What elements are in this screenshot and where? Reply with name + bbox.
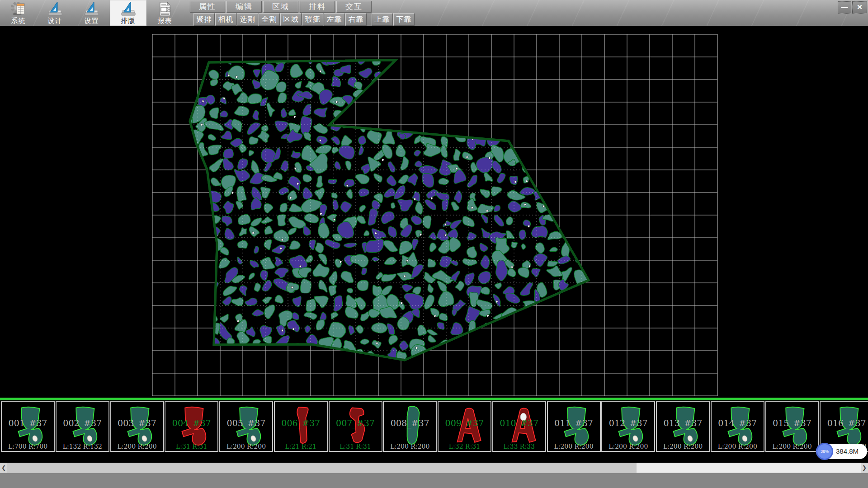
gear-icon — [10, 1, 27, 17]
main-button-label: 排版 — [110, 17, 146, 24]
pattern-thumbnail-strip: 001_#37 L:700 R:700 002_#37 L:132 R:132 … — [0, 400, 868, 454]
main-button-设置[interactable]: 设置 — [73, 0, 110, 26]
pattern-lr-count: L:200 R:200 — [220, 443, 272, 450]
pattern-thumbnail-004_#37[interactable]: 004_#37 L:31 R:31 — [165, 401, 218, 452]
main-button-label: 系统 — [0, 17, 37, 24]
main-button-设计[interactable]: 设计 — [37, 0, 73, 26]
scrollbar-thumb[interactable] — [7, 463, 637, 473]
pattern-lr-count: L:31 R:31 — [165, 443, 217, 450]
set-square-icon — [47, 1, 63, 17]
tool-button-上靠[interactable]: 上靠 — [372, 13, 393, 26]
pattern-name: 005_#37 — [220, 418, 272, 428]
scroll-right-arrow[interactable]: ❯ — [861, 463, 868, 473]
tool-button-聚排[interactable]: 聚排 — [193, 13, 215, 26]
pattern-name: 009_#37 — [439, 418, 491, 428]
tool-button-瑕疵[interactable]: 瑕疵 — [302, 13, 323, 26]
pattern-name: 007_#37 — [330, 418, 382, 428]
pattern-lr-count: L:21 R:21 — [275, 443, 327, 450]
pattern-name: 003_#37 — [111, 418, 163, 428]
pattern-thumbnail-002_#37[interactable]: 002_#37 L:132 R:132 — [56, 401, 109, 452]
main-button-报表[interactable]: 报表 — [146, 0, 183, 26]
application-window: 系统 设计 设置 排版 报表 属性编辑区域排料交互 聚排相机选割全割区域瑕疵左靠… — [0, 0, 868, 488]
pattern-name: 006_#37 — [275, 418, 327, 428]
nesting-canvas[interactable] — [0, 26, 868, 398]
tool-button-全割[interactable]: 全割 — [259, 13, 280, 26]
pattern-name: 015_#37 — [766, 418, 818, 428]
nesting-layout-drawing — [0, 26, 868, 398]
progress-circle: 38% — [816, 443, 833, 460]
tool-button-选割[interactable]: 选割 — [237, 13, 258, 26]
pattern-thumbnail-013_#37[interactable]: 013_#37 L:200 R:200 — [656, 401, 710, 452]
pattern-thumbnail-005_#37[interactable]: 005_#37 L:200 R:200 — [219, 401, 273, 452]
pattern-lr-count: L:200 R:200 — [712, 443, 764, 450]
pattern-thumbnail-003_#37[interactable]: 003_#37 L:200 R:200 — [110, 401, 164, 452]
main-button-label: 报表 — [146, 17, 183, 24]
pattern-thumbnail-009_#37[interactable]: 009_#37 L:32 R:31 — [438, 401, 491, 452]
top-toolbar: 系统 设计 设置 排版 报表 属性编辑区域排料交互 聚排相机选割全割区域瑕疵左靠… — [0, 0, 868, 26]
scroll-left-arrow[interactable]: ❮ — [0, 463, 7, 473]
main-button-label: 设计 — [37, 17, 73, 24]
pattern-thumbnail-007_#37[interactable]: 007_#37 L:31 R:31 — [329, 401, 382, 452]
report-icon — [157, 1, 173, 17]
pattern-lr-count: L:31 R:31 — [330, 443, 382, 450]
menu-tab-交互[interactable]: 交互 — [336, 1, 372, 13]
tool-button-区域[interactable]: 区域 — [280, 13, 302, 26]
tool-button-左靠[interactable]: 左靠 — [324, 13, 345, 26]
close-button[interactable]: ✕ — [852, 1, 867, 14]
pattern-thumbnail-001_#37[interactable]: 001_#37 L:700 R:700 — [1, 401, 55, 452]
pattern-name: 010_#37 — [493, 418, 545, 428]
pattern-name: 001_#37 — [2, 418, 54, 428]
minimize-button[interactable]: — — [838, 1, 851, 14]
pattern-lr-count: L:200 R:200 — [548, 443, 600, 450]
pattern-thumbnail-015_#37[interactable]: 015_#37 L:200 R:200 — [765, 401, 819, 452]
status-bar — [0, 473, 868, 488]
set-square-icon — [120, 1, 137, 17]
pattern-thumbnail-012_#37[interactable]: 012_#37 L:200 R:200 — [601, 401, 655, 452]
menu-tab-属性[interactable]: 属性 — [190, 1, 225, 13]
menu-tab-编辑[interactable]: 编辑 — [226, 1, 262, 13]
pattern-name: 013_#37 — [657, 418, 709, 428]
pattern-thumbnail-006_#37[interactable]: 006_#37 L:21 R:21 — [274, 401, 328, 452]
horizontal-scrollbar[interactable]: ❮ ❯ — [0, 463, 868, 473]
pattern-lr-count: L:33 R:33 — [493, 443, 545, 450]
tool-button-相机[interactable]: 相机 — [215, 13, 236, 26]
pattern-lr-count: L:200 R:200 — [602, 443, 654, 450]
main-button-系统[interactable]: 系统 — [0, 0, 37, 26]
pattern-name: 008_#37 — [384, 418, 436, 428]
pattern-name: 002_#37 — [57, 418, 108, 428]
main-button-排版[interactable]: 排版 — [110, 0, 146, 26]
pattern-thumbnail-014_#37[interactable]: 014_#37 L:200 R:200 — [711, 401, 764, 452]
memory-usage-badge: 38% 384.8M — [816, 444, 867, 459]
pattern-thumbnail-011_#37[interactable]: 011_#37 L:200 R:200 — [547, 401, 601, 452]
pattern-name: 011_#37 — [548, 418, 600, 428]
pattern-lr-count: L:200 R:200 — [766, 443, 818, 450]
pattern-lr-count: L:132 R:132 — [57, 443, 108, 450]
tool-button-下靠[interactable]: 下靠 — [393, 13, 415, 26]
pattern-lr-count: L:200 R:200 — [657, 443, 709, 450]
pattern-name: 004_#37 — [165, 418, 217, 428]
pattern-thumbnail-010_#37[interactable]: 010_#37 L:33 R:33 — [492, 401, 546, 452]
pattern-name: 016_#37 — [821, 418, 868, 428]
main-button-label: 设置 — [73, 17, 110, 24]
menu-tab-排料[interactable]: 排料 — [300, 1, 335, 13]
pattern-lr-count: L:700 R:700 — [2, 443, 54, 450]
pattern-name: 012_#37 — [602, 418, 654, 428]
pattern-lr-count: L:200 R:200 — [111, 443, 163, 450]
pattern-name: 014_#37 — [712, 418, 764, 428]
menu-tab-区域[interactable]: 区域 — [263, 1, 298, 13]
pattern-thumbnail-008_#37[interactable]: 008_#37 L:200 R:200 — [383, 401, 437, 452]
pattern-lr-count: L:200 R:200 — [384, 443, 436, 450]
memory-value: 384.8M — [836, 444, 859, 459]
set-square-icon — [84, 1, 100, 17]
pattern-lr-count: L:32 R:31 — [439, 443, 491, 450]
tool-button-右靠[interactable]: 右靠 — [345, 13, 367, 26]
